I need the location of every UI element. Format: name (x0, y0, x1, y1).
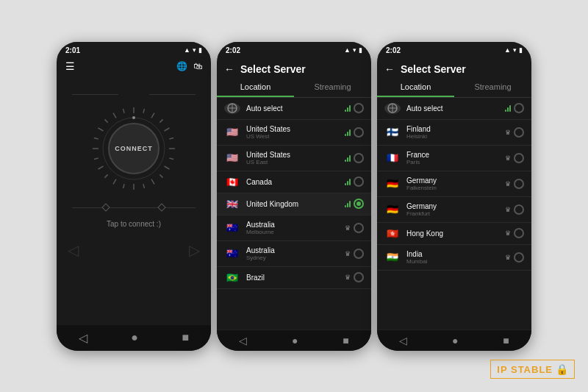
svg-line-1 (143, 108, 145, 113)
radio-canada[interactable] (354, 177, 364, 187)
home-nav-s2[interactable]: ● (452, 335, 458, 346)
server-item-us-west[interactable]: 🇺🇸 United States US West (217, 120, 371, 146)
radio-finland[interactable] (514, 127, 524, 138)
radio-france[interactable] (514, 153, 524, 163)
radio-auto-s1[interactable] (354, 103, 364, 113)
server-item-au-syd[interactable]: 🇦🇺 Australia Sydney ♛ (217, 241, 371, 267)
server-item-france[interactable]: 🇫🇷 France Paris ♛ (377, 146, 531, 171)
status-icons-s2: ▲ ▾ ▮ (504, 46, 523, 54)
menu-icon[interactable]: ☰ (65, 60, 75, 72)
bottom-nav-main: ◁ ● ■ (57, 325, 211, 351)
connect-button[interactable]: CONNECT (108, 123, 159, 174)
back-arrow-s2[interactable]: ← (384, 63, 395, 75)
time-main: 2:01 (65, 46, 80, 54)
server-tabs-s1: Location Streaming (217, 78, 371, 98)
server-item-auto-s2[interactable]: Auto select (377, 98, 531, 120)
server-actions-france: ♛ (505, 153, 524, 163)
recent-nav-icon[interactable]: ■ (182, 331, 190, 344)
radio-hk[interactable] (514, 228, 524, 238)
server-list-s1: Auto select 🇺🇸 United States US West (217, 98, 371, 329)
server-item-de-frank[interactable]: 🇩🇪 Germany Frankfurt ♛ (377, 197, 531, 223)
wifi-icon-s1: ▾ (353, 46, 356, 54)
server-item-us-east[interactable]: 🇺🇸 United States US East (217, 146, 371, 171)
flag-india: 🇮🇳 (384, 252, 401, 263)
server-item-au-melb[interactable]: 🇦🇺 Australia Melbourne ♛ (217, 215, 371, 241)
server-actions-hk: ♛ (505, 228, 524, 238)
server-actions-brazil: ♛ (345, 272, 364, 282)
signal-canada (345, 178, 351, 185)
back-nav-s1[interactable]: ◁ (239, 335, 247, 346)
radio-au-melb[interactable] (354, 223, 364, 233)
tab-streaming-s1[interactable]: Streaming (294, 78, 371, 97)
battery-icon-s1: ▮ (359, 46, 362, 54)
server-actions-uk (345, 199, 364, 209)
signal-us-west (345, 129, 351, 136)
back-arrow-s1[interactable]: ← (224, 63, 234, 75)
server-name-de-frank: Germany (406, 202, 499, 210)
server-item-de-falk[interactable]: 🇩🇪 Germany Falkenstein ♛ (377, 171, 531, 197)
radio-us-east[interactable] (354, 153, 364, 163)
back-nav-icon[interactable]: ◁ (79, 331, 87, 345)
radio-brazil[interactable] (354, 272, 364, 282)
server-info-us-west: United States US West (246, 125, 339, 140)
globe-icon[interactable]: 🌐 (176, 61, 187, 71)
server-info-au-syd: Australia Sydney (246, 246, 339, 261)
server-actions-finland: ♛ (505, 127, 524, 138)
flag-au-melb: 🇦🇺 (224, 222, 240, 233)
server-name-au-melb: Australia (246, 221, 339, 229)
server-actions-india: ♛ (505, 252, 524, 263)
recent-nav-s2[interactable]: ■ (503, 335, 509, 346)
wifi-icon: ▾ (193, 46, 196, 54)
back-nav-s2[interactable]: ◁ (399, 335, 407, 346)
vpn-header: ☰ 🌐 🛍 (57, 57, 211, 76)
flag-auto-s1 (224, 103, 240, 114)
server-sub-india: Mumbai (406, 258, 499, 265)
crown-finland: ♛ (505, 129, 511, 136)
server-name-canada: Canada (246, 178, 339, 186)
tab-location-s2[interactable]: Location (377, 78, 454, 97)
flag-auto-s2 (384, 103, 401, 114)
signal-uk (345, 200, 351, 207)
radio-de-falk[interactable] (514, 179, 524, 189)
tab-streaming-s2[interactable]: Streaming (454, 78, 531, 97)
tab-location-s1[interactable]: Location (217, 78, 294, 97)
svg-line-19 (94, 138, 98, 139)
watermark-text: IP STABLE (497, 364, 553, 375)
svg-line-20 (98, 128, 104, 131)
home-nav-icon[interactable]: ● (131, 331, 138, 344)
server-item-brazil[interactable]: 🇧🇷 Brazil ♛ (217, 267, 371, 289)
server-name-uk: United Kingdom (246, 200, 339, 208)
server-info-de-frank: Germany Frankfurt (406, 202, 499, 217)
server-info-us-east: United States US East (246, 151, 339, 165)
server-sub-france: Paris (406, 159, 499, 165)
bag-icon[interactable]: 🛍 (193, 61, 202, 71)
server-actions-us-west (345, 127, 364, 138)
radio-uk[interactable] (354, 199, 364, 209)
radio-india[interactable] (514, 252, 524, 263)
crown-au-syd: ♛ (345, 250, 351, 257)
server-name-auto-s1: Auto select (246, 104, 339, 113)
radio-de-frank[interactable] (514, 204, 524, 215)
signal-auto-s1 (345, 104, 351, 112)
server-item-canada[interactable]: 🇨🇦 Canada (217, 171, 371, 193)
server-info-france: France Paris (406, 151, 499, 165)
radio-us-west[interactable] (354, 127, 364, 138)
server-item-india[interactable]: 🇮🇳 India Mumbai ♛ (377, 245, 531, 271)
server-name-de-falk: Germany (406, 177, 499, 185)
status-icons-s1: ▲ ▾ ▮ (344, 46, 362, 54)
server-item-auto-s1[interactable]: Auto select (217, 98, 371, 120)
home-nav-s1[interactable]: ● (292, 335, 298, 346)
server-item-hk[interactable]: 🇭🇰 Hong Kong ♛ (377, 223, 531, 245)
server-sub-finland: Helsinki (406, 133, 499, 140)
radio-auto-s2[interactable] (514, 103, 524, 113)
radio-au-syd[interactable] (354, 249, 364, 259)
server-name-brazil: Brazil (246, 274, 339, 282)
signal-icon-s1: ▲ (344, 46, 351, 54)
crown-france: ♛ (505, 154, 511, 162)
server-item-finland[interactable]: 🇫🇮 Finland Helsinki ♛ (377, 120, 531, 146)
recent-nav-s1[interactable]: ■ (343, 335, 348, 346)
svg-line-14 (113, 179, 116, 184)
time-s2: 2:02 (386, 46, 401, 54)
phone-server2: 2:02 ▲ ▾ ▮ ← Select Server Location Stre… (377, 42, 531, 351)
server-item-uk[interactable]: 🇬🇧 United Kingdom (217, 193, 371, 215)
